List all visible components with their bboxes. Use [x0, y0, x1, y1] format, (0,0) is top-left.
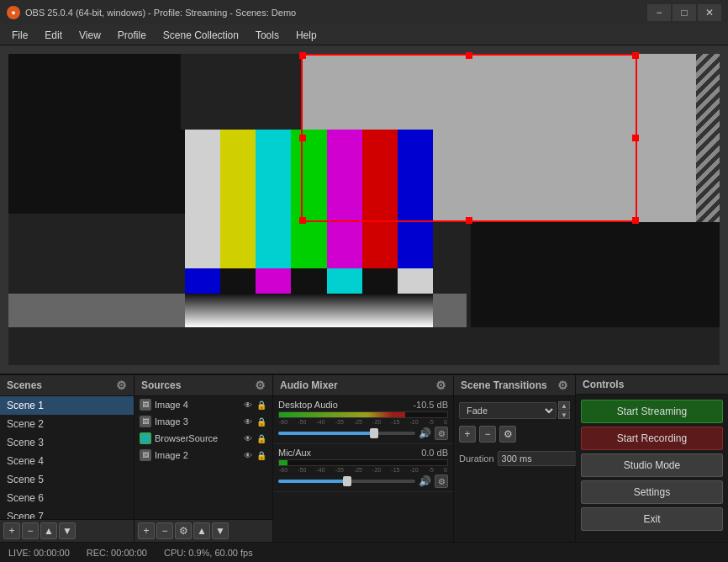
add-scene-button[interactable]: +	[3, 522, 20, 539]
transition-select-row: Fade Cut Swipe Slide ▲ ▼	[459, 401, 570, 419]
move-scene-down-button[interactable]: ▼	[59, 522, 76, 539]
menu-help[interactable]: Help	[288, 28, 325, 43]
menu-profile[interactable]: Profile	[109, 28, 155, 43]
source-image3-controls: 👁 🔒	[242, 416, 267, 427]
scenes-panel-header: Scenes ⚙	[0, 375, 134, 396]
transition-settings-button[interactable]: ⚙	[499, 426, 516, 443]
move-source-down-button[interactable]: ▼	[212, 522, 229, 539]
sources-panel-header: Sources ⚙	[135, 375, 272, 396]
desktop-audio-slider-thumb[interactable]	[370, 428, 378, 438]
source-image4-eye[interactable]: 👁	[242, 399, 254, 411]
desktop-audio-slider[interactable]	[278, 432, 415, 435]
rec-status: REC: 00:00:00	[87, 548, 147, 558]
scene-item-1[interactable]: Scene 1	[0, 396, 134, 415]
transitions-config-icon[interactable]: ⚙	[557, 379, 568, 392]
desktop-audio-meter	[278, 411, 448, 418]
move-source-up-button[interactable]: ▲	[193, 522, 210, 539]
desktop-audio-settings-button[interactable]: ⚙	[435, 427, 448, 440]
mic-audio-scale: -60-50-40-35-25-20-15-10-50	[278, 467, 448, 473]
scene-item-2[interactable]: Scene 2	[0, 415, 134, 433]
transition-dropdown[interactable]: Fade Cut Swipe Slide	[459, 402, 557, 419]
remove-source-button[interactable]: −	[156, 522, 173, 539]
source-image2-eye[interactable]: 👁	[242, 449, 254, 461]
settings-button[interactable]: Settings	[581, 480, 723, 504]
source-image4-controls: 👁 🔒	[242, 399, 267, 411]
controls-panel-header: Controls	[576, 375, 728, 395]
menu-scene-collection[interactable]: Scene Collection	[155, 28, 247, 43]
maximize-button[interactable]: □	[673, 4, 696, 21]
canvas-stripe	[696, 54, 720, 222]
move-scene-up-button[interactable]: ▲	[40, 522, 57, 539]
source-browser-controls: 👁 🔒	[242, 432, 267, 444]
mic-audio-meter-fill	[279, 460, 288, 465]
scene-item-7[interactable]: Scene 7	[0, 507, 134, 519]
source-image3-eye[interactable]: 👁	[242, 416, 254, 427]
transition-up-button[interactable]: ▲	[558, 401, 570, 410]
app-icon: ●	[7, 6, 20, 19]
mic-audio-volume-row: 🔊 ⚙	[278, 475, 448, 488]
add-source-button[interactable]: +	[138, 522, 155, 539]
source-image3-lock[interactable]: 🔒	[256, 416, 267, 427]
desktop-audio-label: Desktop Audio	[278, 400, 338, 410]
source-browser-eye[interactable]: 👁	[242, 432, 254, 444]
audio-track-mic: Mic/Aux 0.0 dB -60-50-40-35-25-20-15-10-…	[273, 444, 453, 492]
scenes-config-icon[interactable]: ⚙	[116, 379, 127, 392]
desktop-audio-db: -10.5 dB	[413, 400, 448, 410]
transition-controls-row: + − ⚙	[459, 426, 570, 443]
transition-remove-button[interactable]: −	[479, 426, 496, 443]
source-item-image4[interactable]: 🖼 Image 4 👁 🔒	[135, 396, 272, 413]
canvas-black-tl	[8, 54, 181, 130]
sources-toolbar: + − ⚙ ▲ ▼	[135, 519, 272, 542]
source-item-image2[interactable]: 🖼 Image 2 👁 🔒	[135, 447, 272, 464]
window-title: OBS 25.0.4 (64-bit, windows) - Profile: …	[25, 8, 647, 18]
transitions-panel-header: Scene Transitions ⚙	[454, 375, 575, 396]
menu-view[interactable]: View	[71, 28, 109, 43]
studio-mode-button[interactable]: Studio Mode	[581, 453, 723, 477]
source-image4-lock[interactable]: 🔒	[256, 399, 267, 411]
transitions-panel: Scene Transitions ⚙ Fade Cut Swipe Slide…	[454, 375, 576, 542]
sources-config-icon[interactable]: ⚙	[255, 379, 266, 392]
live-status: LIVE: 00:00:00	[8, 548, 70, 558]
source-item-browser[interactable]: 🌐 BrowserSource 👁 🔒	[135, 430, 272, 447]
scene-item-3[interactable]: Scene 3	[0, 433, 134, 452]
source-settings-button[interactable]: ⚙	[175, 522, 192, 539]
source-browser-lock[interactable]: 🔒	[256, 432, 267, 444]
desktop-audio-mute-button[interactable]: 🔊	[419, 427, 431, 439]
minimize-button[interactable]: −	[647, 4, 671, 21]
mic-audio-slider-thumb[interactable]	[343, 476, 351, 486]
transition-down-button[interactable]: ▼	[558, 411, 570, 419]
scenes-panel: Scenes ⚙ Scene 1 Scene 2 Scene 3 Scene 4…	[0, 375, 135, 542]
source-image2-lock[interactable]: 🔒	[256, 449, 267, 461]
menu-tools[interactable]: Tools	[247, 28, 288, 43]
source-item-image3[interactable]: 🖼 Image 3 👁 🔒	[135, 413, 272, 430]
mic-audio-mute-button[interactable]: 🔊	[419, 475, 431, 487]
menu-file[interactable]: File	[3, 28, 36, 43]
controls-label: Controls	[583, 379, 624, 390]
mic-audio-slider[interactable]	[278, 480, 415, 483]
audio-config-icon[interactable]: ⚙	[435, 379, 446, 392]
sources-panel: Sources ⚙ 🖼 Image 4 👁 🔒 🖼 Image 3 👁 🔒	[135, 375, 273, 542]
bottom-panels: Scenes ⚙ Scene 1 Scene 2 Scene 3 Scene 4…	[0, 374, 728, 542]
menu-edit[interactable]: Edit	[36, 28, 71, 43]
remove-scene-button[interactable]: −	[22, 522, 39, 539]
scenes-list: Scene 1 Scene 2 Scene 3 Scene 4 Scene 5 …	[0, 396, 134, 519]
source-image2-controls: 👁 🔒	[242, 449, 267, 461]
mic-audio-label: Mic/Aux	[278, 448, 311, 458]
scene-item-6[interactable]: Scene 6	[0, 489, 134, 507]
start-streaming-button[interactable]: Start Streaming	[581, 400, 723, 423]
mic-audio-slider-fill	[278, 480, 347, 483]
audio-panel-header: Audio Mixer ⚙	[273, 375, 453, 396]
transition-duration-row: Duration ▲ ▼	[459, 449, 570, 467]
controls-panel: Controls Start Streaming Start Recording…	[576, 375, 728, 542]
scenes-toolbar: + − ▲ ▼	[0, 519, 134, 542]
smpte-color-bars	[185, 130, 433, 268]
status-bar: LIVE: 00:00:00 REC: 00:00:00 CPU: 0.9%, …	[0, 542, 728, 562]
close-button[interactable]: ✕	[698, 4, 721, 21]
start-recording-button[interactable]: Start Recording	[581, 427, 723, 450]
scene-item-5[interactable]: Scene 5	[0, 470, 134, 489]
exit-button[interactable]: Exit	[581, 507, 723, 531]
scene-item-4[interactable]: Scene 4	[0, 452, 134, 470]
transition-add-button[interactable]: +	[459, 426, 476, 443]
mic-audio-settings-button[interactable]: ⚙	[435, 475, 448, 488]
source-image2-label: Image 2	[155, 450, 188, 460]
